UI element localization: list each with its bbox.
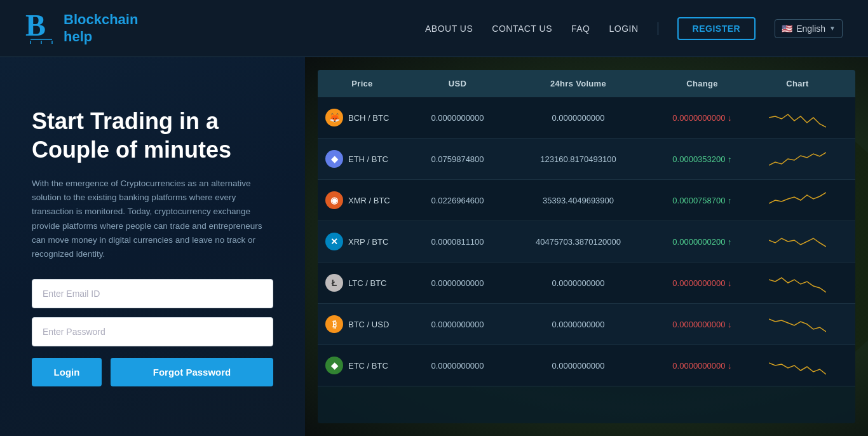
volume-eth: 123160.8170493100 <box>508 147 648 172</box>
price-xmr: 0.0226964600 <box>407 188 508 213</box>
login-button[interactable]: Login <box>32 358 102 386</box>
language-label: English <box>796 24 825 34</box>
left-panel: Start Trading in a Couple of minutes Wit… <box>0 57 305 436</box>
pair-ltc: LTC / BTC <box>348 278 386 288</box>
nav-login[interactable]: LOGIN <box>609 24 639 34</box>
coin-cell-btc: ₿ BTC / USD <box>318 309 407 339</box>
change-ltc: 0.0000000000 ↓ <box>648 271 756 296</box>
change-xrp: 0.0000000200 ↑ <box>648 229 756 254</box>
chevron-down-icon: ▼ <box>829 25 836 32</box>
nav-about[interactable]: ABOUT US <box>425 24 473 34</box>
svg-text:B: B <box>25 9 46 42</box>
etc-icon: ◆ <box>325 357 343 374</box>
table-row: ◆ ETC / BTC 0.0000000000 0.0000000000 0.… <box>318 345 855 386</box>
main-content: Start Trading in a Couple of minutes Wit… <box>0 57 868 436</box>
price-btc: 0.0000000000 <box>407 312 508 337</box>
table-row: ◆ ETH / BTC 0.0759874800 123160.81704931… <box>318 139 855 180</box>
register-button[interactable]: REGISTER <box>677 17 756 40</box>
chart-bch <box>756 97 839 138</box>
change-eth: 0.0000353200 ↑ <box>648 147 756 172</box>
volume-xmr: 35393.4049693900 <box>508 188 648 213</box>
chart-xrp <box>756 221 839 262</box>
pair-xmr: XMR / BTC <box>348 196 390 205</box>
price-etc: 0.0000000000 <box>407 353 508 378</box>
pair-eth: ETH / BTC <box>348 154 388 164</box>
table-row: 🦊 BCH / BTC 0.0000000000 0.0000000000 0.… <box>318 97 855 139</box>
btc-icon: ₿ <box>325 315 343 333</box>
coin-cell-bch: 🦊 BCH / BTC <box>318 102 407 133</box>
chart-xmr <box>756 180 839 221</box>
table-row: ✕ XRP / BTC 0.0000811100 40475703.387012… <box>318 221 855 262</box>
logo-icon: B <box>25 9 57 48</box>
xrp-icon: ✕ <box>325 233 343 250</box>
eth-icon: ◆ <box>325 150 343 168</box>
table-row: ₿ BTC / USD 0.0000000000 0.0000000000 0.… <box>318 304 855 345</box>
volume-btc: 0.0000000000 <box>508 312 648 337</box>
hero-description: With the emergence of Cryptocurrencies a… <box>32 177 273 262</box>
price-ltc: 0.0000000000 <box>407 271 508 296</box>
ltc-icon: Ł <box>325 274 343 292</box>
pair-etc: ETC / BTC <box>348 361 388 371</box>
nav-contact[interactable]: CONTACT US <box>492 24 552 34</box>
pair-btc: BTC / USD <box>348 320 389 329</box>
pair-xrp: XRP / BTC <box>348 237 388 247</box>
logo-text: Blockchain help <box>64 11 138 45</box>
price-bch: 0.0000000000 <box>407 106 508 130</box>
table-row: ◉ XMR / BTC 0.0226964600 35393.404969390… <box>318 180 855 221</box>
col-chart: Chart <box>756 70 839 97</box>
chart-eth <box>756 139 839 179</box>
header: B Blockchain help ABOUT US CONTACT US FA… <box>0 0 868 57</box>
button-row: Login Forgot Password <box>32 358 273 386</box>
price-eth: 0.0759874800 <box>407 147 508 172</box>
volume-xrp: 40475703.3870120000 <box>508 229 648 254</box>
coin-cell-etc: ◆ ETC / BTC <box>318 350 407 381</box>
volume-ltc: 0.0000000000 <box>508 271 648 296</box>
change-bch: 0.0000000000 ↓ <box>648 106 756 130</box>
coin-cell-eth: ◆ ETH / BTC <box>318 144 407 174</box>
logo[interactable]: B Blockchain help <box>25 9 138 48</box>
bch-icon: 🦊 <box>325 109 343 126</box>
coin-cell-ltc: Ł LTC / BTC <box>318 268 407 298</box>
table-row: Ł LTC / BTC 0.0000000000 0.0000000000 0.… <box>318 262 855 304</box>
password-input[interactable] <box>32 317 273 346</box>
col-usd: USD <box>407 70 508 97</box>
logo-bottom: help <box>64 29 138 45</box>
volume-etc: 0.0000000000 <box>508 353 648 378</box>
nav-divider <box>658 22 658 35</box>
chart-btc <box>756 304 839 344</box>
change-etc: 0.0000000000 ↓ <box>648 353 756 378</box>
email-input[interactable] <box>32 279 273 308</box>
chart-ltc <box>756 262 839 303</box>
nav: ABOUT US CONTACT US FAQ LOGIN REGISTER 🇺… <box>425 17 843 40</box>
right-panel: Price USD 24hrs Volume Change Chart 🦊 BC… <box>305 57 868 436</box>
pair-bch: BCH / BTC <box>348 113 389 123</box>
flag-icon: 🇺🇸 <box>782 24 792 34</box>
price-xrp: 0.0000811100 <box>407 229 508 254</box>
xmr-icon: ◉ <box>325 191 343 209</box>
language-selector[interactable]: 🇺🇸 English ▼ <box>775 19 843 38</box>
coin-cell-xmr: ◉ XMR / BTC <box>318 185 407 215</box>
chart-etc <box>756 345 839 386</box>
table-header: Price USD 24hrs Volume Change Chart <box>318 70 855 97</box>
forgot-password-button[interactable]: Forgot Password <box>111 358 273 386</box>
crypto-table: Price USD 24hrs Volume Change Chart 🦊 BC… <box>318 70 855 423</box>
coin-cell-xrp: ✕ XRP / BTC <box>318 226 407 257</box>
col-change: Change <box>648 70 756 97</box>
logo-top: Blockchain <box>64 11 138 28</box>
nav-faq[interactable]: FAQ <box>571 24 590 34</box>
change-xmr: 0.0000758700 ↑ <box>648 188 756 213</box>
hero-title: Start Trading in a Couple of minutes <box>32 107 273 164</box>
col-price: Price <box>318 70 407 97</box>
volume-bch: 0.0000000000 <box>508 106 648 130</box>
change-btc: 0.0000000000 ↓ <box>648 312 756 337</box>
col-volume: 24hrs Volume <box>508 70 648 97</box>
